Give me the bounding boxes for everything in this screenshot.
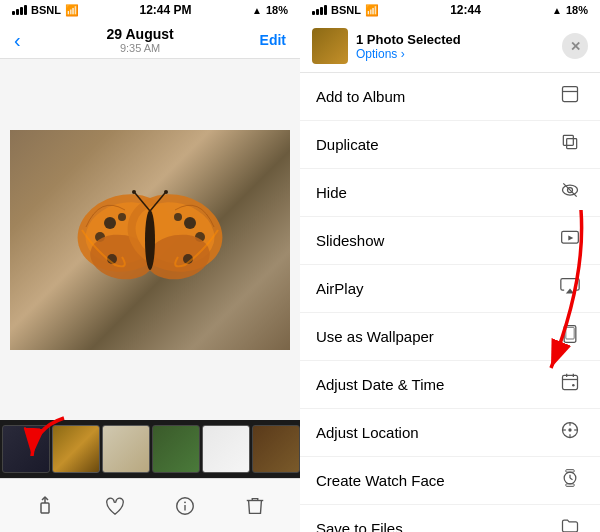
signal-bars-left bbox=[12, 5, 27, 15]
menu-item-label-duplicate: Duplicate bbox=[316, 136, 379, 153]
bottom-toolbar bbox=[0, 478, 300, 532]
menu-item-duplicate[interactable]: Duplicate bbox=[300, 121, 600, 169]
time-left: 12:44 PM bbox=[139, 3, 191, 17]
svg-point-16 bbox=[132, 190, 136, 194]
menu-item-icon-duplicate bbox=[556, 132, 584, 157]
share-thumbnail bbox=[312, 28, 348, 64]
menu-item-slideshow[interactable]: Slideshow bbox=[300, 217, 600, 265]
delete-button[interactable] bbox=[237, 488, 273, 524]
svg-rect-25 bbox=[563, 87, 578, 102]
menu-item-icon-add-to-album bbox=[556, 84, 584, 109]
svg-point-41 bbox=[572, 384, 575, 387]
menu-item-adjust-date-time[interactable]: Adjust Date & Time bbox=[300, 361, 600, 409]
menu-item-label-slideshow: Slideshow bbox=[316, 232, 384, 249]
menu-item-label-hide: Hide bbox=[316, 184, 347, 201]
thumb-4[interactable] bbox=[152, 425, 200, 473]
carrier-right: BSNL bbox=[331, 4, 361, 16]
menu-item-icon-create-watch-face bbox=[556, 468, 584, 493]
back-button[interactable]: ‹ bbox=[14, 29, 21, 52]
battery-left: 18% bbox=[266, 4, 288, 16]
nav-date: 29 August bbox=[107, 26, 174, 42]
svg-point-43 bbox=[568, 428, 571, 431]
photo-container bbox=[0, 59, 300, 420]
location-icon-right: ▲ bbox=[552, 5, 562, 16]
left-panel: BSNL 📶 12:44 PM ▲ 18% ‹ 29 August 9:35 A… bbox=[0, 0, 300, 532]
svg-rect-19 bbox=[41, 503, 49, 513]
menu-item-airplay[interactable]: AirPlay bbox=[300, 265, 600, 313]
menu-item-label-airplay: AirPlay bbox=[316, 280, 364, 297]
menu-item-label-save-to-files: Save to Files bbox=[316, 520, 403, 532]
menu-item-adjust-location[interactable]: Adjust Location bbox=[300, 409, 600, 457]
share-close-button[interactable]: ✕ bbox=[562, 33, 588, 59]
svg-rect-28 bbox=[563, 135, 573, 145]
svg-point-10 bbox=[174, 213, 182, 221]
thumb-5[interactable] bbox=[202, 425, 250, 473]
nav-bar: ‹ 29 August 9:35 AM Edit bbox=[0, 20, 300, 59]
menu-item-icon-save-to-files bbox=[556, 516, 584, 532]
menu-item-icon-airplay bbox=[556, 276, 584, 301]
share-options-link[interactable]: Options › bbox=[356, 47, 554, 61]
thumb-6[interactable] bbox=[252, 425, 300, 473]
menu-item-label-adjust-location: Adjust Location bbox=[316, 424, 419, 441]
svg-rect-27 bbox=[567, 139, 577, 149]
svg-point-3 bbox=[118, 213, 126, 221]
nav-time: 9:35 AM bbox=[107, 42, 174, 54]
svg-point-2 bbox=[104, 217, 116, 229]
status-bar-right: BSNL 📶 12:44 ▲ 18% bbox=[300, 0, 600, 20]
wifi-icon-left: 📶 bbox=[65, 4, 79, 17]
svg-point-14 bbox=[145, 210, 155, 270]
favorite-button[interactable] bbox=[97, 488, 133, 524]
nav-title: 29 August 9:35 AM bbox=[107, 26, 174, 54]
menu-item-icon-adjust-location bbox=[556, 420, 584, 445]
menu-item-label-create-watch-face: Create Watch Face bbox=[316, 472, 445, 489]
menu-item-create-watch-face[interactable]: Create Watch Face bbox=[300, 457, 600, 505]
carrier-left: BSNL bbox=[31, 4, 61, 16]
menu-item-icon-adjust-date-time bbox=[556, 372, 584, 397]
svg-marker-33 bbox=[568, 236, 573, 241]
menu-item-icon-use-as-wallpaper bbox=[556, 324, 584, 349]
menu-item-label-adjust-date-time: Adjust Date & Time bbox=[316, 376, 444, 393]
svg-line-52 bbox=[570, 478, 573, 480]
menu-item-use-as-wallpaper[interactable]: Use as Wallpaper bbox=[300, 313, 600, 361]
menu-list: Add to AlbumDuplicateHideSlideshowAirPla… bbox=[300, 73, 600, 532]
edit-button[interactable]: Edit bbox=[260, 32, 286, 48]
battery-right: 18% bbox=[566, 4, 588, 16]
share-header-text: 1 Photo Selected Options › bbox=[356, 32, 554, 61]
time-right: 12:44 bbox=[450, 3, 481, 17]
menu-item-label-add-to-album: Add to Album bbox=[316, 88, 405, 105]
location-icon-left: ▲ bbox=[252, 5, 262, 16]
svg-point-23 bbox=[184, 501, 186, 503]
menu-item-hide[interactable]: Hide bbox=[300, 169, 600, 217]
red-arrow-left bbox=[14, 408, 74, 472]
svg-point-18 bbox=[164, 190, 168, 194]
menu-item-icon-slideshow bbox=[556, 228, 584, 253]
wifi-icon-right: 📶 bbox=[365, 4, 379, 17]
signal-bars-right bbox=[312, 5, 327, 15]
butterfly-svg bbox=[70, 175, 230, 305]
thumb-3[interactable] bbox=[102, 425, 150, 473]
menu-item-icon-hide bbox=[556, 180, 584, 205]
right-panel: BSNL 📶 12:44 ▲ 18% 1 Photo Selected Opti… bbox=[300, 0, 600, 532]
svg-rect-37 bbox=[563, 375, 578, 389]
share-button[interactable] bbox=[27, 488, 63, 524]
svg-point-9 bbox=[184, 217, 196, 229]
info-button[interactable] bbox=[167, 488, 203, 524]
butterfly-photo[interactable] bbox=[10, 130, 290, 350]
menu-item-add-to-album[interactable]: Add to Album bbox=[300, 73, 600, 121]
menu-item-label-use-as-wallpaper: Use as Wallpaper bbox=[316, 328, 434, 345]
menu-item-save-to-files[interactable]: Save to Files bbox=[300, 505, 600, 532]
share-header: 1 Photo Selected Options › ✕ bbox=[300, 20, 600, 73]
svg-marker-34 bbox=[566, 289, 574, 294]
chevron-left-icon: ‹ bbox=[14, 29, 21, 52]
share-photo-count: 1 Photo Selected bbox=[356, 32, 554, 47]
svg-rect-36 bbox=[566, 327, 574, 339]
status-bar-left: BSNL 📶 12:44 PM ▲ 18% bbox=[0, 0, 300, 20]
